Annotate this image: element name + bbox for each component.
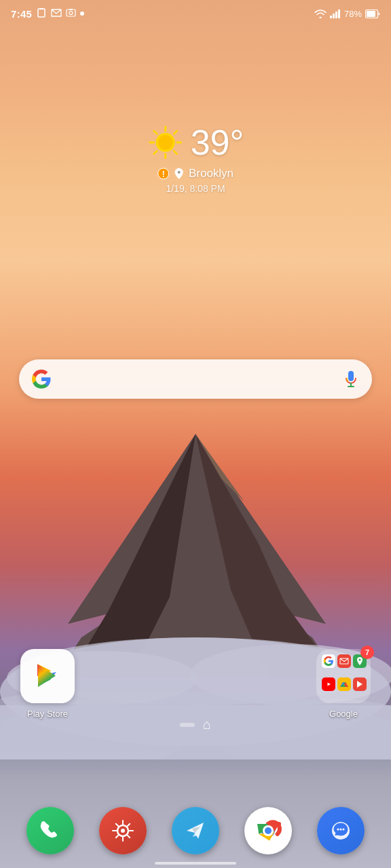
weather-warning-icon: ! — [157, 167, 170, 180]
folder-youtube-icon — [322, 677, 335, 691]
svg-point-39 — [359, 659, 361, 661]
battery-icon — [365, 9, 380, 18]
phone-icon — [38, 818, 62, 843]
svg-line-31 — [174, 151, 177, 155]
app-icons-area: Play Store — [0, 649, 391, 719]
status-time: 7:45 — [11, 8, 32, 20]
google-folder-badge: 7 — [360, 646, 374, 659]
svg-point-53 — [340, 829, 342, 831]
battery-percentage: 78% — [344, 9, 362, 19]
dot-icon — [80, 12, 84, 16]
svg-point-50 — [265, 827, 272, 834]
svg-rect-14 — [39, 8, 43, 9]
svg-text:!: ! — [162, 170, 165, 179]
svg-point-16 — [69, 12, 73, 15]
phone-app[interactable] — [26, 807, 74, 854]
podcast-icon — [111, 818, 135, 843]
podcast-app[interactable] — [99, 807, 147, 854]
nav-dots: ⌂ — [180, 717, 211, 732]
nav-dot-1 — [180, 723, 195, 727]
temperature-display: 39° — [191, 122, 244, 163]
google-folder-label: Google — [329, 709, 358, 719]
folder-drive-icon — [337, 677, 351, 691]
telegram-icon — [183, 818, 208, 843]
signal-app[interactable] — [317, 807, 365, 854]
svg-point-52 — [337, 829, 339, 831]
signal-messenger-icon — [329, 818, 353, 843]
play-store-label: Play Store — [27, 709, 68, 719]
svg-rect-20 — [335, 12, 337, 18]
weather-date: 1/19, 8:08 PM — [147, 183, 244, 194]
chrome-app[interactable] — [244, 807, 292, 854]
svg-marker-43 — [357, 681, 362, 688]
status-left: 7:45 — [11, 7, 84, 20]
play-store-app[interactable]: Play Store — [20, 649, 75, 719]
microphone-icon[interactable] — [342, 370, 360, 388]
svg-line-32 — [174, 131, 177, 134]
play-store-icon-wrap — [20, 649, 75, 703]
svg-rect-21 — [338, 9, 340, 18]
gesture-bar — [155, 862, 236, 865]
play-store-icon — [32, 660, 63, 692]
weather-widget: 39° ! Brooklyn 1/19, 8:08 PM — [147, 122, 244, 194]
svg-rect-15 — [67, 9, 75, 16]
telegram-app[interactable] — [172, 807, 219, 854]
dock — [0, 807, 391, 854]
svg-point-54 — [343, 829, 345, 831]
svg-point-25 — [158, 135, 173, 150]
chrome-icon — [255, 817, 282, 844]
svg-line-33 — [154, 151, 157, 155]
svg-rect-18 — [330, 16, 332, 18]
svg-line-30 — [154, 131, 157, 134]
svg-point-36 — [178, 171, 181, 174]
location-name: Brooklyn — [189, 167, 234, 180]
wifi-icon — [314, 9, 327, 18]
sun-icon — [147, 124, 184, 161]
svg-rect-17 — [69, 9, 73, 10]
notification-icon — [36, 7, 47, 20]
home-indicator: ⌂ — [203, 717, 211, 732]
folder-gmail-icon — [337, 654, 351, 668]
google-folder-app[interactable]: 7 Google — [316, 649, 371, 719]
svg-rect-19 — [333, 14, 335, 18]
svg-rect-13 — [38, 9, 45, 17]
google-g-icon — [31, 369, 52, 389]
search-bar[interactable] — [19, 359, 372, 399]
gmail-icon — [51, 9, 62, 19]
signal-icon — [330, 9, 341, 18]
svg-point-45 — [121, 829, 125, 833]
location-pin-icon — [174, 167, 185, 180]
photo-icon — [66, 8, 76, 19]
folder-google-icon — [322, 654, 335, 668]
status-right: 78% — [314, 9, 380, 19]
folder-play-icon — [353, 677, 367, 691]
svg-rect-23 — [367, 11, 375, 17]
status-bar: 7:45 78% — [0, 0, 391, 27]
